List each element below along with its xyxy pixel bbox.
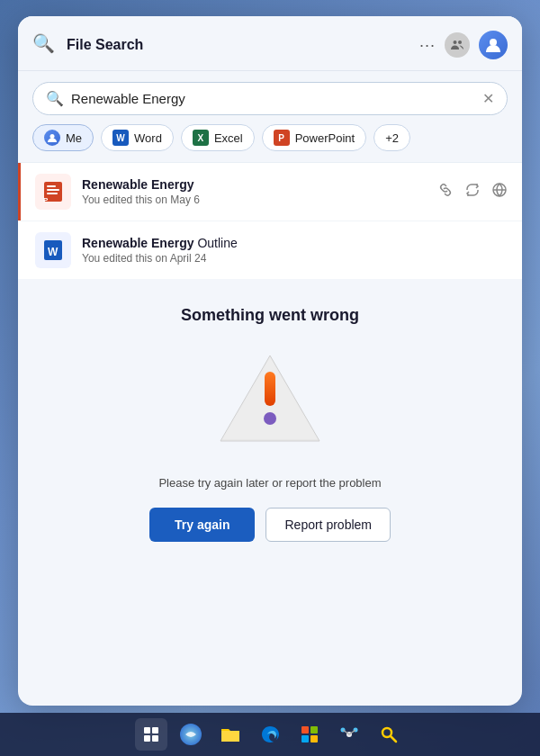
error-message: Please try again later or report the pro… [158,476,381,490]
taskbar-files[interactable] [214,718,247,751]
taskbar [0,713,540,756]
word-icon: W [112,130,129,146]
header: 🔍 File Search ··· [18,16,522,71]
result-2-info: Renewable Energy Outline You edited this… [82,236,508,265]
share-icon[interactable] [464,182,481,202]
word-file-icon: W [35,232,71,268]
filter-word-label: Word [134,131,162,145]
report-problem-button[interactable]: Report problem [266,508,391,542]
svg-point-3 [50,134,55,139]
user-avatar[interactable] [479,31,508,59]
result-item-2[interactable]: W Renewable Energy Outline You edited th… [18,220,522,279]
header-right: ··· [419,31,508,59]
filter-me-label: Me [66,131,82,145]
svg-point-1 [458,40,462,44]
result-1-info: Renewable Energy You edited this on May … [82,177,427,206]
try-again-button[interactable]: Try again [149,508,255,542]
svg-point-15 [264,412,276,425]
taskbar-edge[interactable] [254,718,286,751]
error-section: Something went wrong Please [18,279,522,563]
taskbar-store[interactable] [293,718,326,751]
result-item-1[interactable]: P Renewable Energy You edited this on Ma… [18,163,522,220]
people-icon[interactable] [445,32,470,58]
filter-word[interactable]: W Word [101,124,174,151]
filter-me[interactable]: Me [32,124,94,151]
result-2-title-main: Renewable Energy [82,236,194,250]
svg-rect-24 [310,735,318,742]
results-list: P Renewable Energy You edited this on Ma… [18,162,522,279]
powerpoint-icon: P [274,130,290,146]
svg-text:P: P [43,196,49,204]
svg-rect-17 [152,727,158,734]
svg-point-2 [490,39,497,46]
filter-more-label: +2 [385,131,399,145]
filter-row: Me W Word X Excel P PowerPoint +2 [18,124,522,162]
svg-point-0 [454,40,457,44]
open-browser-icon[interactable] [491,182,508,202]
filter-powerpoint-label: PowerPoint [295,131,355,145]
svg-rect-18 [144,735,150,742]
result-1-title: Renewable Energy [82,177,427,192]
error-illustration [212,346,328,454]
svg-text:W: W [48,246,58,258]
svg-rect-5 [47,185,56,187]
search-bar: 🔍 ✕ [32,82,508,115]
error-buttons: Try again Report problem [149,508,391,542]
svg-rect-6 [47,189,59,191]
header-left: 🔍 File Search [32,32,143,58]
svg-rect-14 [265,372,275,406]
filter-powerpoint[interactable]: P PowerPoint [262,124,366,151]
svg-rect-22 [310,726,318,734]
result-1-subtitle: You edited this on May 6 [82,194,427,206]
main-panel: 🔍 File Search ··· 🔍 ✕ Me W Word [18,16,522,706]
taskbar-copilot[interactable] [175,718,207,751]
filter-excel-label: Excel [214,131,243,145]
excel-icon: X [193,130,209,146]
app-title: File Search [67,37,143,53]
search-icon: 🔍 [46,90,64,107]
taskbar-search-app[interactable] [373,718,405,751]
svg-rect-7 [47,193,58,194]
me-icon [44,130,60,146]
svg-rect-21 [302,726,309,734]
svg-rect-19 [152,735,158,742]
clear-search-button[interactable]: ✕ [482,90,494,107]
result-2-title-extra: Outline [194,236,238,250]
app-icon: 🔍 [32,32,58,58]
ppt-file-icon: P [35,174,71,210]
filter-more[interactable]: +2 [374,124,410,151]
svg-rect-23 [302,735,309,742]
svg-rect-16 [144,727,150,734]
search-input[interactable] [71,91,475,106]
result-1-actions [437,182,508,202]
taskbar-network[interactable] [333,718,365,751]
error-title: Something went wrong [181,306,359,325]
svg-line-31 [391,736,396,742]
result-2-title: Renewable Energy Outline [82,236,508,250]
filter-excel[interactable]: X Excel [181,124,255,151]
taskbar-start[interactable] [135,718,167,751]
result-2-subtitle: You edited this on April 24 [82,252,508,265]
copy-link-icon[interactable] [437,182,454,202]
more-options-button[interactable]: ··· [419,36,436,55]
